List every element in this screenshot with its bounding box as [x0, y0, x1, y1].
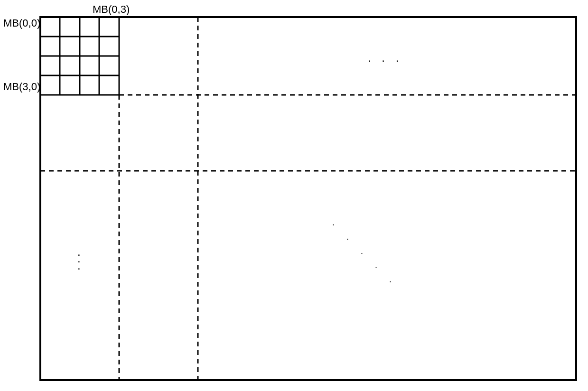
macroblock-grid — [40, 17, 119, 95]
macroblock-diagram — [0, 0, 588, 391]
diagram-frame — [40, 17, 576, 380]
